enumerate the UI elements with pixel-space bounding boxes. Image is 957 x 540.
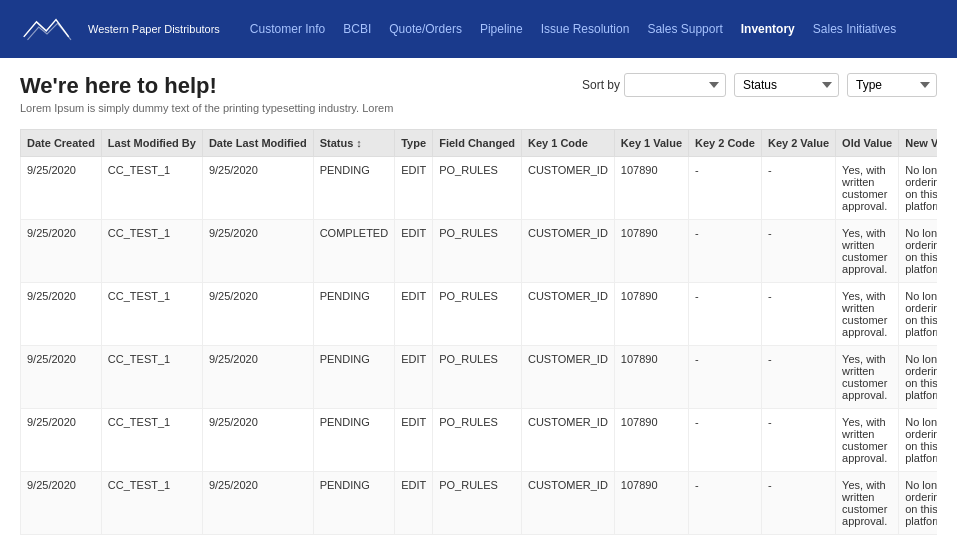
table-cell: - [689, 220, 762, 283]
table-cell: 107890 [614, 220, 688, 283]
col-key2-code: Key 2 Code [689, 130, 762, 157]
header: Western Paper Distributors Customer Info… [0, 0, 957, 58]
col-date-last-modified: Date Last Modified [202, 130, 313, 157]
table-row: 9/25/2020CC_TEST_19/25/2020COMPLETEDEDIT… [21, 220, 938, 283]
table-body: 9/25/2020CC_TEST_19/25/2020PENDINGEDITPO… [21, 157, 938, 535]
page-title-area: We're here to help! Lorem Ipsum is simpl… [20, 73, 393, 114]
col-field-changed: Field Changed [433, 130, 522, 157]
table-cell: - [761, 157, 835, 220]
nav-pipeline[interactable]: Pipeline [480, 22, 523, 36]
table-cell: - [689, 157, 762, 220]
table-cell: - [761, 472, 835, 535]
col-date-created: Date Created [21, 130, 102, 157]
table-cell: CUSTOMER_ID [521, 157, 614, 220]
main-nav: Customer Info BCBI Quote/Orders Pipeline… [250, 22, 937, 36]
table-cell: 9/25/2020 [202, 283, 313, 346]
main-content: We're here to help! Lorem Ipsum is simpl… [0, 58, 957, 540]
table-cell: PENDING [313, 346, 394, 409]
table-cell: 9/25/2020 [202, 220, 313, 283]
table-cell: PO_RULES [433, 157, 522, 220]
status-select[interactable]: Status PENDING COMPLETED [734, 73, 839, 97]
sort-by-select[interactable]: Date Created Status [624, 73, 726, 97]
table-cell: CUSTOMER_ID [521, 346, 614, 409]
table-cell: - [761, 283, 835, 346]
nav-bcbi[interactable]: BCBI [343, 22, 371, 36]
col-type: Type [395, 130, 433, 157]
table-cell: Yes, with written customer approval. [836, 472, 899, 535]
table-cell: Yes, with written customer approval. [836, 409, 899, 472]
col-old-value: Old Value [836, 130, 899, 157]
table-cell: EDIT [395, 472, 433, 535]
table-cell: 9/25/2020 [21, 220, 102, 283]
table-cell: 9/25/2020 [202, 472, 313, 535]
col-key2-value: Key 2 Value [761, 130, 835, 157]
table-cell: EDIT [395, 283, 433, 346]
table-cell: 9/25/2020 [21, 472, 102, 535]
table-cell: No longer ordering on this platform. [899, 283, 937, 346]
table-cell: COMPLETED [313, 220, 394, 283]
table-cell: PO_RULES [433, 472, 522, 535]
data-table: Date Created Last Modified By Date Last … [20, 129, 937, 535]
table-cell: - [689, 472, 762, 535]
nav-sales-support[interactable]: Sales Support [647, 22, 722, 36]
table-row: 9/25/2020CC_TEST_19/25/2020PENDINGEDITPO… [21, 346, 938, 409]
table-cell: - [689, 346, 762, 409]
table-cell: EDIT [395, 220, 433, 283]
table-cell: 107890 [614, 346, 688, 409]
table-cell: 9/25/2020 [21, 157, 102, 220]
table-cell: 9/25/2020 [202, 157, 313, 220]
table-cell: 107890 [614, 472, 688, 535]
page-header-row: We're here to help! Lorem Ipsum is simpl… [20, 73, 937, 114]
nav-inventory[interactable]: Inventory [741, 22, 795, 36]
table-cell: CUSTOMER_ID [521, 472, 614, 535]
table-cell: PO_RULES [433, 283, 522, 346]
table-cell: PO_RULES [433, 220, 522, 283]
table-cell: EDIT [395, 346, 433, 409]
table-cell: PENDING [313, 472, 394, 535]
table-cell: 107890 [614, 409, 688, 472]
table-cell: Yes, with written customer approval. [836, 157, 899, 220]
table-cell: PENDING [313, 409, 394, 472]
table-cell: CUSTOMER_ID [521, 283, 614, 346]
table-row: 9/25/2020CC_TEST_19/25/2020PENDINGEDITPO… [21, 157, 938, 220]
nav-issue-resolution[interactable]: Issue Resolution [541, 22, 630, 36]
table-cell: Yes, with written customer approval. [836, 283, 899, 346]
table-cell: No longer ordering on this platform. [899, 220, 937, 283]
table-cell: 107890 [614, 283, 688, 346]
col-last-modified-by: Last Modified By [101, 130, 202, 157]
nav-quote-orders[interactable]: Quote/Orders [389, 22, 462, 36]
pagination: ❮ 1-13 of 30 items ❯ [20, 535, 937, 540]
nav-customer-info[interactable]: Customer Info [250, 22, 325, 36]
table-cell: PO_RULES [433, 346, 522, 409]
filters-area: Sort by Date Created Status Status PENDI… [582, 73, 937, 97]
table-cell: 9/25/2020 [21, 346, 102, 409]
table-cell: 9/25/2020 [202, 346, 313, 409]
table-cell: PO_RULES [433, 409, 522, 472]
sort-by-label: Sort by [582, 78, 620, 92]
logo-text: Western Paper Distributors [88, 22, 220, 36]
table-cell: - [761, 409, 835, 472]
table-cell: - [761, 220, 835, 283]
table-cell: EDIT [395, 409, 433, 472]
table-cell: - [761, 346, 835, 409]
table-cell: Yes, with written customer approval. [836, 220, 899, 283]
table-cell: CC_TEST_1 [101, 283, 202, 346]
data-table-container: Date Created Last Modified By Date Last … [20, 129, 937, 535]
table-cell: No longer ordering on this platform. [899, 346, 937, 409]
table-cell: CC_TEST_1 [101, 346, 202, 409]
type-select[interactable]: Type EDIT [847, 73, 937, 97]
col-status: Status ↕ [313, 130, 394, 157]
table-cell: CUSTOMER_ID [521, 220, 614, 283]
table-cell: CUSTOMER_ID [521, 409, 614, 472]
table-cell: 9/25/2020 [202, 409, 313, 472]
col-key1-code: Key 1 Code [521, 130, 614, 157]
table-cell: 107890 [614, 157, 688, 220]
table-cell: CC_TEST_1 [101, 409, 202, 472]
table-cell: - [689, 283, 762, 346]
table-cell: CC_TEST_1 [101, 220, 202, 283]
table-cell: PENDING [313, 283, 394, 346]
logo-area: Western Paper Distributors [20, 14, 220, 44]
table-header-row: Date Created Last Modified By Date Last … [21, 130, 938, 157]
nav-sales-initiatives[interactable]: Sales Initiatives [813, 22, 896, 36]
table-cell: CC_TEST_1 [101, 157, 202, 220]
